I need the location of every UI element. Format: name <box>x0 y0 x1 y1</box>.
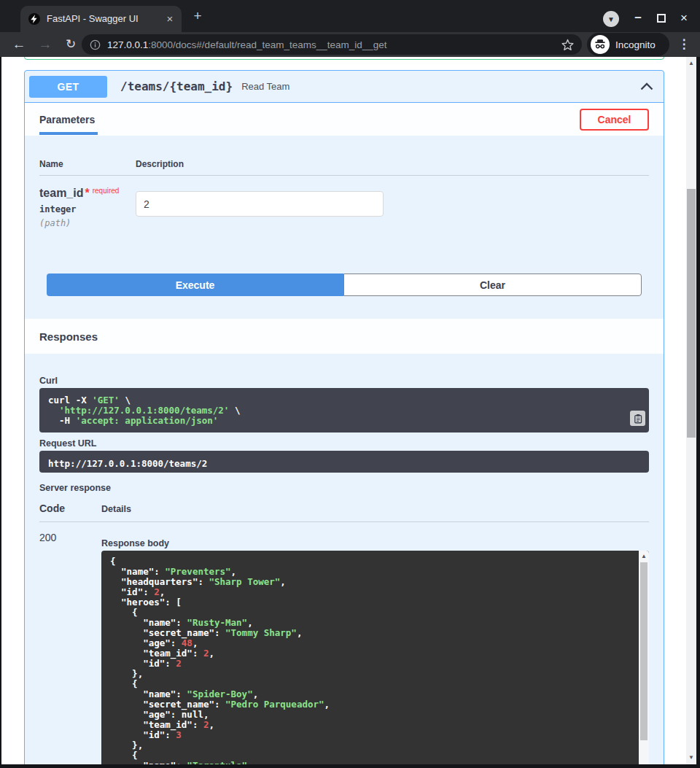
parameter-location: (path) <box>39 218 136 228</box>
close-window-button[interactable]: × <box>677 10 691 26</box>
tab-parameters[interactable]: Parameters <box>39 114 95 125</box>
minimize-button[interactable]: – <box>631 9 645 26</box>
address-bar[interactable]: 127.0.0.1:8000/docs#/default/read_team_t… <box>82 34 582 55</box>
execute-row: Execute Clear <box>47 274 642 296</box>
window-caret-icon[interactable]: ▼ <box>603 11 619 27</box>
scroll-up-icon[interactable]: ▲ <box>639 551 649 562</box>
team-id-input[interactable] <box>136 191 384 217</box>
request-url-label: Request URL <box>39 438 649 449</box>
responses-title: Responses <box>39 330 98 343</box>
response-scrollbar-thumb[interactable] <box>640 562 648 740</box>
code-column-header: Code <box>39 503 101 514</box>
page-scroll-down-icon[interactable]: ▼ <box>686 753 696 763</box>
browser-toolbar: ← → ↻ 127.0.0.1:8000/docs#/default/read_… <box>0 32 700 57</box>
required-asterisk: * <box>85 187 89 199</box>
incognito-label: Incognito <box>615 39 656 50</box>
clear-button[interactable]: Clear <box>343 274 642 296</box>
page-scrollbar-thumb[interactable] <box>687 189 696 438</box>
curl-command-block: curl -X 'GET' \ 'http://127.0.0.1:8000/t… <box>39 388 649 433</box>
operation-summary-bar[interactable]: GET /teams/{team_id} Read Team <box>25 71 664 103</box>
browser-window: FastAPI - Swagger UI × + ▼ – × ← → ↻ 127… <box>0 0 700 768</box>
parameter-meta: team_id*required integer (path) <box>39 187 136 228</box>
incognito-icon <box>591 35 610 54</box>
previous-operation-block-edge <box>24 57 664 60</box>
execute-button[interactable]: Execute <box>47 274 343 296</box>
url-host: 127.0.0.1 <box>107 39 148 50</box>
copy-to-clipboard-button[interactable] <box>630 411 645 426</box>
operation-path: /teams/{team_id} <box>120 79 233 93</box>
http-method-badge: GET <box>29 76 107 98</box>
response-body-label: Response body <box>101 538 649 548</box>
required-label: required <box>93 187 120 195</box>
operation-summary: Read Team <box>241 81 289 92</box>
response-body-code: { "name": "Preventers", "headquarters": … <box>110 556 630 764</box>
parameter-row: team_id*required integer (path) <box>39 176 649 228</box>
response-details-cell: Response body { "name": "Preventers", "h… <box>101 532 649 764</box>
server-response-label: Server response <box>39 483 649 493</box>
get-operation-block: GET /teams/{team_id} Read Team Parameter… <box>24 70 664 764</box>
response-body-scrollbar[interactable]: ▲ <box>639 551 649 764</box>
bookmark-star-icon[interactable] <box>561 39 574 51</box>
forward-button[interactable]: → <box>36 32 55 57</box>
tab-title: FastAPI - Swagger UI <box>47 6 162 32</box>
maximize-button[interactable] <box>657 14 666 23</box>
page-scrollbar[interactable]: ▲ ▼ <box>686 57 696 764</box>
swagger-page: GET /teams/{team_id} Read Team Parameter… <box>1 57 696 764</box>
responses-section-header: Responses <box>25 319 664 354</box>
name-column-header: Name <box>39 159 136 169</box>
tab-close-icon[interactable]: × <box>163 12 177 26</box>
parameters-table: Name Description team_id*required intege… <box>25 136 664 319</box>
browser-menu-icon[interactable]: ⋮ <box>677 32 691 57</box>
response-table-header: Code Details <box>39 503 649 522</box>
responses-body: Curl curl -X 'GET' \ 'http://127.0.0.1:8… <box>25 354 664 764</box>
incognito-badge: Incognito <box>587 33 669 56</box>
browser-tab[interactable]: FastAPI - Swagger UI × <box>20 6 182 32</box>
page-info-icon[interactable] <box>90 39 101 50</box>
request-url-block: http://127.0.0.1:8000/teams/2 <box>39 451 649 473</box>
back-button[interactable]: ← <box>9 32 28 57</box>
response-body-block: { "name": "Preventers", "headquarters": … <box>101 551 649 764</box>
status-code: 200 <box>39 532 101 764</box>
spacer <box>39 296 649 319</box>
page-scroll-up-icon[interactable]: ▲ <box>686 58 696 69</box>
collapse-chevron-icon[interactable] <box>640 82 653 90</box>
url-text[interactable]: 127.0.0.1:8000/docs#/default/read_team_t… <box>107 39 561 50</box>
parameter-name: team_id*required <box>39 187 136 200</box>
fastapi-favicon-icon <box>28 13 40 25</box>
cancel-button[interactable]: Cancel <box>580 109 649 131</box>
details-column-header: Details <box>101 504 131 514</box>
new-tab-button[interactable]: + <box>190 9 205 23</box>
parameters-section-header: Parameters Cancel <box>25 103 664 136</box>
tab-strip: FastAPI - Swagger UI × + ▼ – × <box>0 0 700 32</box>
parameter-value-cell <box>136 187 384 228</box>
reload-button[interactable]: ↻ <box>61 32 80 57</box>
curl-label: Curl <box>39 376 649 386</box>
response-row: 200 Response body { "name": "Preventers"… <box>39 522 649 764</box>
parameters-table-header: Name Description <box>39 159 649 176</box>
parameter-type: integer <box>39 204 136 214</box>
url-path: :8000/docs#/default/read_team_teams__tea… <box>148 39 386 50</box>
curl-code: curl -X 'GET' \ 'http://127.0.0.1:8000/t… <box>48 395 620 426</box>
description-column-header: Description <box>136 159 184 169</box>
request-url-value: http://127.0.0.1:8000/teams/2 <box>48 458 207 469</box>
